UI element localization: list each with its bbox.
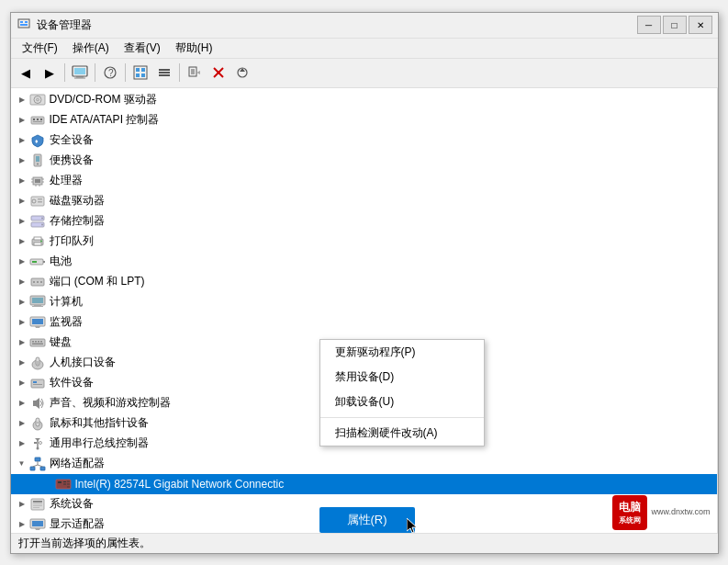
tree-item-security[interactable]: ♦ 安全设备 <box>11 130 717 151</box>
context-menu-separator <box>320 417 484 418</box>
ide-label: IDE ATA/ATAPI 控制器 <box>50 112 160 128</box>
properties-button-container: 属性(R) <box>319 507 415 533</box>
tree-item-intel-nic[interactable]: Intel(R) 82574L Gigabit Network Connecti… <box>11 474 717 494</box>
context-menu-update[interactable]: 更新驱动程序(P) <box>320 340 484 365</box>
svg-rect-47 <box>31 197 44 206</box>
view1-button[interactable] <box>129 62 151 84</box>
toolbar-sep-1 <box>64 63 65 82</box>
maximize-button[interactable]: □ <box>663 16 687 34</box>
tree-arrow-hid <box>15 356 29 370</box>
svg-rect-78 <box>32 343 43 345</box>
svg-rect-40 <box>35 179 40 183</box>
svg-rect-69 <box>32 306 43 307</box>
properties-button[interactable]: 属性(R) <box>319 507 415 533</box>
forward-button[interactable]: ▶ <box>39 62 61 84</box>
tree-item-storage[interactable]: 存储控制器 <box>11 211 717 232</box>
toolbar-sep-4 <box>179 63 180 82</box>
tree-arrow-cpu <box>15 174 29 188</box>
svg-rect-5 <box>74 68 85 74</box>
hid-icon <box>29 355 46 371</box>
svg-marker-85 <box>33 398 39 409</box>
svg-rect-74 <box>32 341 34 343</box>
svg-rect-82 <box>31 379 44 388</box>
network-icon <box>29 456 46 472</box>
tree-item-portable[interactable]: 便携设备 <box>11 151 717 171</box>
svg-rect-16 <box>159 72 170 73</box>
menu-file[interactable]: 文件(F) <box>15 39 65 58</box>
back-button[interactable]: ◀ <box>15 62 37 84</box>
svg-rect-14 <box>141 73 145 77</box>
hid-label: 人机接口设备 <box>50 355 116 370</box>
context-menu-uninstall[interactable]: 卸载设备(U) <box>320 390 484 414</box>
svg-rect-12 <box>141 68 145 72</box>
computer-button[interactable] <box>69 62 91 84</box>
menu-help[interactable]: 帮助(H) <box>168 39 220 58</box>
tree-item-battery[interactable]: 电池 <box>11 252 717 272</box>
portable-label: 便携设备 <box>50 153 94 168</box>
display-label: 显示适配器 <box>50 516 105 532</box>
disk-icon <box>29 193 46 209</box>
menu-view[interactable]: 查看(V) <box>117 39 168 58</box>
menu-bar: 文件(F) 操作(A) 查看(V) 帮助(H) <box>11 39 718 59</box>
tree-arrow-port <box>15 275 29 289</box>
svg-rect-49 <box>38 198 42 200</box>
tree-arrow-system <box>15 497 29 512</box>
tree-item-disk[interactable]: 磁盘驱动器 <box>11 191 717 211</box>
tree-arrow-usb <box>15 436 29 451</box>
storage-label: 存储控制器 <box>50 213 105 229</box>
svg-rect-13 <box>136 73 140 77</box>
software-label: 软件设备 <box>50 375 94 390</box>
edit-button[interactable] <box>184 62 206 84</box>
tree-item-printer[interactable]: 打印队列 <box>11 232 717 252</box>
remove-button[interactable] <box>207 62 230 84</box>
tree-arrow-storage <box>15 214 29 229</box>
usb-icon <box>29 435 46 452</box>
update-button[interactable] <box>231 62 253 84</box>
svg-point-29 <box>36 98 39 101</box>
dvd-icon <box>29 92 46 108</box>
svg-point-63 <box>33 281 35 283</box>
svg-line-98 <box>32 465 38 467</box>
svg-rect-73 <box>30 339 45 346</box>
svg-rect-95 <box>30 467 35 470</box>
svg-rect-110 <box>33 505 42 506</box>
svg-rect-61 <box>32 261 37 263</box>
computer-label: 计算机 <box>50 294 83 310</box>
tree-item-port[interactable]: 端口 (COM 和 LPT) <box>11 272 717 292</box>
close-button[interactable]: ✕ <box>689 16 712 34</box>
svg-point-92 <box>39 441 41 444</box>
device-tree[interactable]: DVD/CD-ROM 驱动器 IDE ATA/ATAPI 控制器 <box>11 88 718 533</box>
svg-point-53 <box>41 217 43 219</box>
tree-item-computer[interactable]: 计算机 <box>11 292 717 312</box>
context-menu-scan[interactable]: 扫描检测硬件改动(A) <box>320 421 484 446</box>
menu-action[interactable]: 操作(A) <box>65 39 117 58</box>
audio-label: 声音、视频和游戏控制器 <box>50 395 171 411</box>
title-bar: 设备管理器 ─ □ ✕ <box>11 13 718 39</box>
help-button[interactable]: ? <box>99 62 121 84</box>
svg-text:?: ? <box>108 68 114 78</box>
svg-rect-56 <box>34 237 41 240</box>
tree-item-network[interactable]: 网络适配器 <box>11 454 717 474</box>
brand-watermark: 电脑 系统网 www.dnxtw.com <box>612 495 710 530</box>
minimize-button[interactable]: ─ <box>637 16 661 34</box>
keyboard-label: 键盘 <box>50 334 72 350</box>
main-content: DVD/CD-ROM 驱动器 IDE ATA/ATAPI 控制器 <box>11 88 718 533</box>
nic-icon <box>55 476 72 492</box>
tree-arrow-network <box>15 457 29 471</box>
display-icon <box>29 516 46 533</box>
tree-item-monitor[interactable]: 监视器 <box>11 312 717 333</box>
printer-icon <box>29 233 46 250</box>
svg-point-64 <box>37 281 39 283</box>
tree-item-ide[interactable]: IDE ATA/ATAPI 控制器 <box>11 110 717 130</box>
svg-rect-68 <box>34 305 41 306</box>
tree-item-dvd[interactable]: DVD/CD-ROM 驱动器 <box>11 90 717 110</box>
view2-button[interactable] <box>153 62 175 84</box>
tree-item-cpu[interactable]: 处理器 <box>11 171 717 191</box>
svg-rect-75 <box>35 341 37 343</box>
svg-rect-33 <box>40 119 42 120</box>
context-menu-disable[interactable]: 禁用设备(D) <box>320 365 484 390</box>
svg-rect-15 <box>159 69 170 71</box>
window-icon <box>17 17 31 32</box>
svg-rect-67 <box>32 298 43 303</box>
svg-rect-32 <box>37 119 39 120</box>
